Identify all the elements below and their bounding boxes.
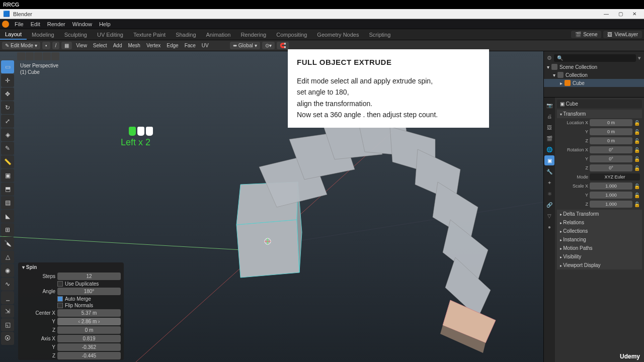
outliner-item[interactable]: ▸Cube [544,79,644,87]
operator-title[interactable]: ▾ Spin [18,262,124,272]
tool-smooth[interactable]: ∿ [1,278,14,291]
cz-field[interactable]: 0 m [57,326,121,334]
ptab-world[interactable]: 🌐 [544,144,554,154]
hdr-edge[interactable]: Edge [165,43,180,48]
tool-addcube[interactable]: ▣ [1,169,14,182]
cx-field[interactable]: 5.37 m [57,309,121,317]
sz-field[interactable]: 1.000 [590,201,632,208]
tab-shading[interactable]: Shading [171,29,201,40]
hdr-add[interactable]: Add [111,43,124,48]
menu-edit[interactable]: Edit [27,19,44,29]
panel-collections[interactable]: Collections [557,227,642,235]
mode-field[interactable]: XYZ Euler [590,173,640,180]
tab-compositing[interactable]: Compositing [271,29,312,40]
ptab-data[interactable]: ▽ [544,211,554,221]
tool-scale[interactable]: ⤢ [1,115,14,128]
select-mode-edge[interactable]: / [52,42,60,49]
tool-extrude[interactable]: ⬒ [1,183,14,196]
outliner-item[interactable]: ▾Collection [544,71,644,79]
sx-field[interactable]: 1.000 [590,183,632,190]
ptab-particle[interactable]: ✦ [544,177,554,188]
ptab-modifier[interactable]: 🔧 [544,166,554,176]
tab-sculpting[interactable]: Sculpting [59,29,92,40]
tool-transform[interactable]: ◈ [1,128,14,141]
ptab-constraint[interactable]: 🔗 [544,200,554,210]
sy-field[interactable]: 1.000 [590,192,632,199]
angle-field[interactable]: 180° [57,288,121,295]
tool-bevel[interactable]: ◣ [1,210,14,223]
pivot-selector[interactable]: ⊙▾ [262,42,275,49]
tab-layout[interactable]: Layout [0,29,27,40]
rotz-field[interactable]: 0° [590,164,632,171]
tool-knife[interactable]: 🔪 [1,237,14,250]
mode-selector[interactable]: ✎Edit Mode▾ [2,42,40,49]
ptab-render[interactable]: 📷 [544,100,554,110]
ptab-object[interactable]: ▣ [544,155,554,165]
tab-scripting[interactable]: Scripting [364,29,395,40]
steps-field[interactable]: 12 [57,273,121,280]
menu-window[interactable]: Window [69,19,96,29]
tab-texpaint[interactable]: Texture Paint [128,29,171,40]
automerge-check[interactable] [57,296,63,302]
lock-icon[interactable]: 🔓 [634,138,640,144]
lock-icon[interactable]: 🔓 [634,165,640,171]
roty-field[interactable]: 0° [590,155,632,162]
lock-icon[interactable]: 🔓 [634,147,640,153]
tab-uvediting[interactable]: UV Editing [92,29,128,40]
ptab-physics[interactable]: ⚛ [544,189,554,199]
cy-field[interactable]: ‹ 2.86 m › [57,318,121,325]
tool-select[interactable]: ▭ [1,60,14,73]
select-mode-vertex[interactable]: ▪ [42,42,50,49]
filter-icon[interactable]: ⚙ [547,55,552,61]
ay-field[interactable]: -0.362 [57,343,121,351]
tool-shear[interactable]: ◱ [1,318,14,331]
locy-field[interactable]: 0 m [590,128,632,135]
locx-field[interactable]: 0 m [590,119,632,126]
hdr-vertex[interactable]: Vertex [144,43,163,48]
tab-animation[interactable]: Animation [201,29,236,40]
lock-icon[interactable]: 🔓 [634,202,640,207]
tool-edge[interactable]: ⎯ [1,291,14,304]
tab-geonodes[interactable]: Geometry Nodes [312,29,364,40]
outliner-item[interactable]: ▾Scene Collection [544,63,644,71]
lock-icon[interactable]: 🔓 [634,129,640,135]
tool-shrink[interactable]: ⇲ [1,305,14,318]
vp-icon[interactable] [51,52,59,60]
minimize-button[interactable]: — [600,10,613,19]
panel-delta[interactable]: Delta Transform [557,210,642,218]
vp-icon[interactable] [34,52,42,60]
locz-field[interactable]: 0 m [590,137,632,144]
ptab-scene[interactable]: 🎬 [544,133,554,143]
viewport-3d[interactable]: ▭ ✛ ✥ ↻ ⤢ ◈ ✎ 📏 ▣ ⬒ ▤ ◣ ⊞ 🔪 △ ◉ ∿ ⎯ ⇲ ◱ … [0,51,543,362]
hdr-face[interactable]: Face [183,43,198,48]
panel-transform[interactable]: Transform [557,110,642,118]
vp-icon[interactable] [17,52,25,60]
tool-poly[interactable]: △ [1,250,14,263]
ptab-output[interactable]: 🖨 [544,111,554,121]
operator-panel[interactable]: ▾ Spin Steps12 Use Duplicates Angle180° … [18,262,124,360]
lock-icon[interactable]: 🔓 [634,156,640,162]
tool-inset[interactable]: ▤ [1,196,14,209]
menu-file[interactable]: File [11,19,27,29]
select-mode-face[interactable]: ▦ [61,42,72,49]
hdr-view[interactable]: View [74,43,89,48]
ax-field[interactable]: 0.819 [57,335,121,342]
lock-icon[interactable]: 🔓 [634,184,640,189]
panel-instancing[interactable]: Instancing [557,235,642,244]
panel-visibility[interactable]: Visibility [557,252,642,261]
az-field[interactable]: -0.445 [57,352,121,359]
hdr-select[interactable]: Select [91,43,109,48]
filter-icon[interactable]: ▾ [638,55,641,61]
hdr-mesh[interactable]: Mesh [126,43,142,48]
tool-move[interactable]: ✥ [1,87,14,101]
ptab-view[interactable]: 🖼 [544,122,554,132]
snap-toggle[interactable]: 🧲 [277,42,289,49]
tool-measure[interactable]: 📏 [1,155,14,168]
tab-modeling[interactable]: Modeling [27,29,59,40]
menu-help[interactable]: Help [96,19,114,29]
close-button[interactable]: ✕ [628,10,641,19]
tool-cursor[interactable]: ✛ [1,74,14,87]
flip-check[interactable] [57,303,63,308]
vp-icon[interactable] [26,52,34,60]
tool-rotate[interactable]: ↻ [1,101,14,114]
